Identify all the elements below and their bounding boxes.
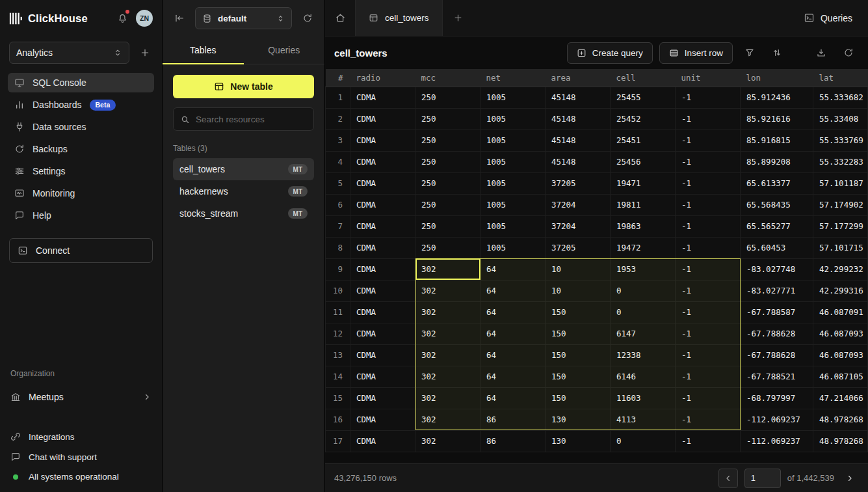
data-cell[interactable]: 11603: [611, 387, 676, 409]
data-cell[interactable]: CDMA: [350, 194, 415, 215]
data-cell[interactable]: 6147: [611, 323, 676, 344]
data-cell[interactable]: 1005: [480, 172, 546, 194]
add-service-button[interactable]: [137, 45, 153, 61]
data-cell[interactable]: -1: [676, 258, 741, 280]
row-number-cell[interactable]: 9: [326, 258, 350, 280]
data-cell[interactable]: -67.788628: [741, 344, 813, 366]
data-cell[interactable]: 19863: [611, 215, 676, 237]
data-cell[interactable]: 19471: [611, 172, 676, 194]
data-cell[interactable]: -1: [676, 366, 741, 387]
data-cell[interactable]: -1: [676, 194, 741, 215]
column-header-unit[interactable]: unit: [676, 69, 741, 87]
data-cell[interactable]: CDMA: [350, 409, 415, 430]
row-number-cell[interactable]: 7: [326, 215, 350, 237]
row-number-cell[interactable]: 12: [326, 323, 350, 344]
data-cell[interactable]: 150: [546, 344, 611, 366]
data-cell[interactable]: -1: [676, 151, 741, 172]
data-cell[interactable]: -67.788628: [741, 323, 813, 344]
data-cell[interactable]: 1953: [611, 258, 676, 280]
data-cell[interactable]: 25451: [611, 130, 676, 151]
data-cell[interactable]: -1: [676, 344, 741, 366]
data-cell[interactable]: 302: [415, 344, 480, 366]
data-cell[interactable]: CDMA: [350, 237, 415, 258]
data-cell[interactable]: 250: [415, 194, 480, 215]
sidebar-item-integrations[interactable]: Integrations: [10, 431, 151, 442]
table-list-item-hackernews[interactable]: hackernews MT: [173, 180, 314, 202]
data-cell[interactable]: 302: [415, 301, 480, 323]
data-cell[interactable]: 130: [546, 430, 611, 452]
column-header-lon[interactable]: lon: [741, 69, 813, 87]
row-number-cell[interactable]: 17: [326, 430, 350, 452]
data-cell[interactable]: 65.568435: [741, 194, 813, 215]
tab-cell-towers[interactable]: cell_towers: [356, 0, 443, 36]
sort-button[interactable]: [767, 42, 787, 63]
page-input[interactable]: [744, 469, 781, 488]
data-cell[interactable]: 57.101715: [813, 237, 868, 258]
sidebar-item-dashboards[interactable]: Dashboards Beta: [8, 95, 154, 115]
collapse-sidebar-button[interactable]: [170, 9, 189, 27]
data-cell[interactable]: 57.174902: [813, 194, 868, 215]
data-cell[interactable]: -1: [676, 430, 741, 452]
row-number-cell[interactable]: 3: [326, 130, 350, 151]
data-cell[interactable]: 25456: [611, 151, 676, 172]
data-cell[interactable]: CDMA: [350, 215, 415, 237]
row-number-cell[interactable]: 2: [326, 108, 350, 130]
row-number-cell[interactable]: 4: [326, 151, 350, 172]
data-cell[interactable]: 250: [415, 215, 480, 237]
download-button[interactable]: [811, 42, 832, 63]
data-cell[interactable]: 64: [480, 344, 546, 366]
data-cell[interactable]: 85.916815: [741, 130, 813, 151]
column-header-lat[interactable]: lat: [813, 69, 868, 87]
data-cell[interactable]: 64: [480, 366, 546, 387]
sidebar-item-monitoring[interactable]: Monitoring: [8, 184, 154, 203]
data-cell[interactable]: CDMA: [350, 387, 415, 409]
search-input[interactable]: [196, 115, 307, 124]
queries-button[interactable]: Queries: [788, 0, 868, 36]
data-cell[interactable]: 37204: [546, 194, 611, 215]
data-cell[interactable]: 10: [546, 280, 611, 301]
data-cell[interactable]: 65.565277: [741, 215, 813, 237]
data-cell[interactable]: 65.60453: [741, 237, 813, 258]
data-cell[interactable]: -112.069237: [741, 409, 813, 430]
data-cell[interactable]: CDMA: [350, 280, 415, 301]
row-number-cell[interactable]: 1: [326, 87, 350, 108]
sidebar-item-data-sources[interactable]: Data sources: [8, 117, 154, 137]
data-cell[interactable]: 46.087091: [813, 301, 868, 323]
data-cell[interactable]: -1: [676, 108, 741, 130]
tab-tables[interactable]: Tables: [163, 36, 244, 64]
data-cell[interactable]: 57.101187: [813, 172, 868, 194]
data-cell[interactable]: 1005: [480, 194, 546, 215]
column-header-mcc[interactable]: mcc: [415, 69, 480, 87]
row-number-cell[interactable]: 15: [326, 387, 350, 409]
data-cell[interactable]: 64: [480, 280, 546, 301]
row-number-cell[interactable]: 16: [326, 409, 350, 430]
data-cell[interactable]: 46.087093: [813, 344, 868, 366]
data-cell[interactable]: 1005: [480, 108, 546, 130]
data-cell[interactable]: 250: [415, 108, 480, 130]
data-cell[interactable]: 130: [546, 409, 611, 430]
data-cell[interactable]: 0: [611, 430, 676, 452]
data-cell[interactable]: 47.214066: [813, 387, 868, 409]
data-cell[interactable]: 302: [415, 430, 480, 452]
data-cell[interactable]: 42.299232: [813, 258, 868, 280]
row-number-cell[interactable]: 5: [326, 172, 350, 194]
data-cell[interactable]: -1: [676, 215, 741, 237]
next-page-button[interactable]: [841, 469, 859, 488]
data-cell[interactable]: 0: [611, 301, 676, 323]
data-cell[interactable]: 25452: [611, 108, 676, 130]
avatar[interactable]: ZN: [136, 10, 153, 27]
data-cell[interactable]: CDMA: [350, 430, 415, 452]
data-cell[interactable]: CDMA: [350, 258, 415, 280]
column-header-num[interactable]: #: [326, 69, 350, 87]
data-cell[interactable]: 46.087093: [813, 323, 868, 344]
data-cell[interactable]: 302: [415, 409, 480, 430]
data-cell[interactable]: 1005: [480, 151, 546, 172]
data-cell[interactable]: 250: [415, 130, 480, 151]
data-cell[interactable]: 64: [480, 323, 546, 344]
data-cell[interactable]: -1: [676, 301, 741, 323]
data-cell[interactable]: 46.087105: [813, 366, 868, 387]
data-cell[interactable]: 1005: [480, 215, 546, 237]
data-cell[interactable]: -1: [676, 172, 741, 194]
table-list-item-cell-towers[interactable]: cell_towers MT: [173, 158, 314, 180]
data-cell[interactable]: 55.33408: [813, 108, 868, 130]
